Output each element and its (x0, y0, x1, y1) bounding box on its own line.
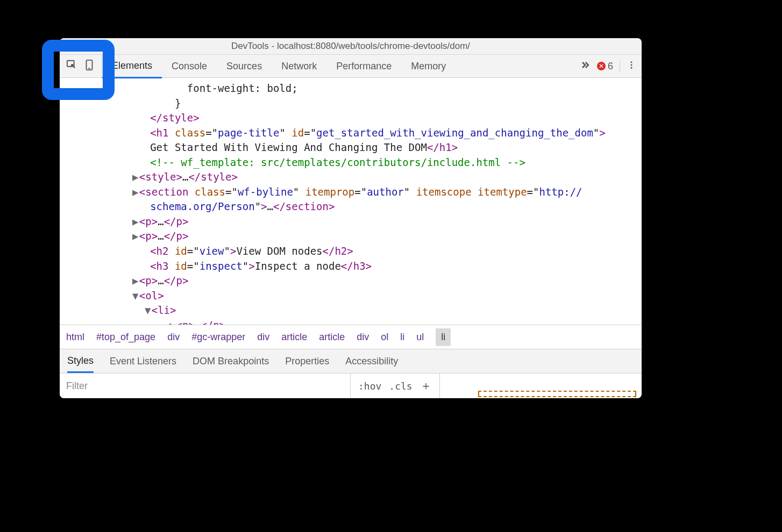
elements-sidebar-tabs: StylesEvent ListenersDOM BreakpointsProp… (60, 349, 642, 373)
window-titlebar: DevTools - localhost:8080/web/tools/chro… (60, 38, 642, 55)
breadcrumb-item[interactable]: article (319, 332, 345, 343)
breadcrumb-item[interactable]: article (281, 332, 307, 343)
styles-toolbar: :hov .cls ＋ (60, 373, 642, 398)
breadcrumb-item[interactable]: div (167, 332, 180, 343)
breadcrumb-item[interactable]: li (436, 328, 451, 346)
panel-tab-console[interactable]: Console (162, 55, 217, 77)
devtools-window: DevTools - localhost:8080/web/tools/chro… (60, 38, 642, 398)
devtools-toolbar: ElementsConsoleSourcesNetworkPerformance… (60, 55, 642, 78)
devtools-menu-icon[interactable] (627, 60, 636, 73)
dom-tree-row[interactable]: ▶<section class="wf-byline" itemprop="au… (64, 185, 637, 200)
sidebar-tab-properties[interactable]: Properties (285, 356, 329, 367)
elements-dom-tree[interactable]: font-weight: bold; } </style> <h1 class=… (60, 78, 642, 325)
inspect-element-icon[interactable] (66, 59, 78, 74)
elements-breadcrumb: html#top_of_pagediv#gc-wrapperdivarticle… (60, 325, 642, 349)
dom-tree-row[interactable]: ▶<p>…</p> (64, 274, 637, 289)
window-traffic-lights (65, 42, 95, 49)
device-toolbar-icon[interactable] (83, 59, 95, 74)
more-panels-icon[interactable] (580, 60, 591, 73)
dom-tree-row[interactable]: ▶<p>…</p> (64, 229, 637, 244)
dom-tree-row[interactable]: Get Started With Viewing And Changing Th… (64, 140, 637, 155)
box-model-margin-box (478, 391, 636, 397)
svg-point-3 (631, 61, 632, 63)
panel-tab-elements[interactable]: Elements (102, 54, 162, 78)
svg-point-4 (631, 64, 632, 66)
sidebar-tab-event listeners[interactable]: Event Listeners (110, 356, 176, 367)
breadcrumb-item[interactable]: #top_of_page (96, 332, 155, 343)
styles-filter (60, 373, 351, 398)
breadcrumb-item[interactable]: div (257, 332, 269, 343)
sidebar-tab-styles[interactable]: Styles (67, 355, 94, 373)
error-count: 6 (608, 61, 613, 72)
new-style-rule-icon[interactable]: ＋ (420, 378, 432, 394)
breadcrumb-item[interactable]: ol (381, 332, 388, 343)
dom-tree-row[interactable]: <h3 id="inspect">Inspect a node</h3> (64, 259, 637, 274)
panel-tab-performance[interactable]: Performance (326, 55, 401, 77)
panel-tab-memory[interactable]: Memory (401, 55, 456, 77)
sidebar-tab-dom breakpoints[interactable]: DOM Breakpoints (193, 356, 269, 367)
styles-filter-input[interactable] (65, 380, 345, 392)
window-minimize-button[interactable] (76, 42, 83, 49)
svg-point-5 (631, 67, 632, 68)
box-model-pane (440, 373, 642, 398)
dom-tree-row[interactable]: } (64, 96, 637, 111)
window-title: DevTools - localhost:8080/web/tools/chro… (231, 41, 470, 52)
breadcrumb-item[interactable]: #gc-wrapper (191, 332, 245, 343)
breadcrumb-item[interactable]: li (400, 332, 404, 343)
panel-tab-network[interactable]: Network (272, 55, 326, 77)
dom-tree-row[interactable]: <h1 class="page-title" id="get_started_w… (64, 126, 637, 141)
window-close-button[interactable] (65, 42, 72, 49)
dom-tree-row[interactable]: ▶<p>…</p> (64, 214, 637, 229)
breadcrumb-item[interactable]: ul (416, 332, 424, 343)
dom-tree-row[interactable]: font-weight: bold; (64, 81, 637, 96)
dom-tree-row[interactable]: schema.org/Person">…</section> (64, 199, 637, 214)
dom-tree-row[interactable]: </style> (64, 111, 637, 126)
dom-tree-row[interactable]: ▶<style>…</style> (64, 170, 637, 185)
panel-tab-sources[interactable]: Sources (217, 55, 272, 77)
error-icon: ✕ (597, 62, 606, 70)
sidebar-tab-accessibility[interactable]: Accessibility (345, 356, 398, 367)
devtools-panel-tabs: ElementsConsoleSourcesNetworkPerformance… (102, 55, 456, 77)
breadcrumb-item[interactable]: html (66, 332, 84, 343)
dom-tree-row[interactable]: <!-- wf_template: src/templates/contribu… (64, 155, 637, 170)
hov-toggle[interactable]: :hov (358, 380, 381, 392)
cls-toggle[interactable]: .cls (389, 380, 412, 392)
dom-tree-row[interactable]: ▶<p>…</p> (64, 318, 637, 325)
dom-tree-row[interactable]: ▼<ol> (64, 289, 637, 304)
dom-tree-row[interactable]: ▼<li> (64, 303, 637, 318)
breadcrumb-item[interactable]: div (357, 332, 369, 343)
dom-tree-row[interactable]: <h2 id="view">View DOM nodes</h2> (64, 244, 637, 259)
separator (620, 60, 620, 72)
error-count-badge[interactable]: ✕ 6 (597, 61, 613, 72)
window-maximize-button[interactable] (88, 42, 95, 49)
